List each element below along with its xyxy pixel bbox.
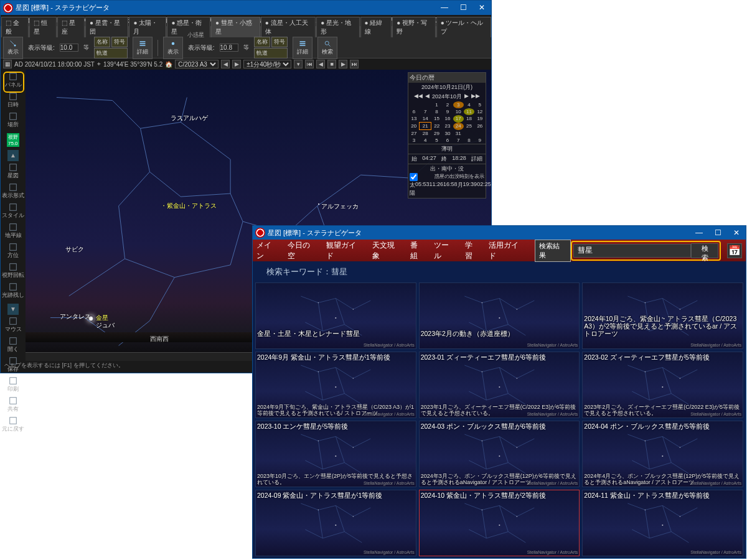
result-card-2[interactable]: 2024年10月ごろ、紫金山・アトラス彗星（C/2023 A3）が2等前後で見え… [582, 282, 743, 349]
left-item-13[interactable]: 印刷 [2, 375, 24, 394]
calendar-button[interactable]: 📅 [727, 243, 742, 258]
left-item-10[interactable]: マウス [2, 315, 24, 335]
results-tab[interactable]: 検索結果 [535, 240, 571, 262]
left-item-3[interactable]: 星図 [2, 162, 24, 181]
name-toggle-2[interactable]: 名称 [254, 37, 270, 47]
sign-toggle[interactable]: 符号 [111, 37, 128, 47]
titlebar-2[interactable]: 星図 [標準] - ステラナビゲータ — ☐ ✕ [253, 226, 746, 240]
sim-time[interactable]: AD 2024/10/21 18:00:00 JST [14, 61, 95, 68]
orbit-toggle-2[interactable]: 軌道 [254, 48, 288, 58]
result-card-6[interactable]: 2023-10 エンケ彗星が5等前後2023年10月ごろ、エンケ彗星(2P)が5… [255, 421, 416, 487]
show-planets-check[interactable] [410, 173, 418, 181]
play-stop[interactable]: ■ [327, 60, 336, 68]
cal-prev-year[interactable]: ◀◀ [414, 93, 423, 101]
play-first[interactable]: ⏮ [305, 60, 314, 68]
nav-item[interactable]: ツール [434, 240, 456, 261]
today-panel: 今日の暦 2024年10月21日(月) ◀◀ ◀ 2024年10月 ▶ ▶▶ 1… [408, 72, 486, 198]
tab-1[interactable]: ⬚ 恒星 [29, 17, 57, 37]
left-item-11[interactable]: 開く [2, 335, 24, 355]
minimize-button[interactable]: — [690, 226, 708, 240]
mag-unit: 等 [83, 44, 89, 52]
left-item-8[interactable]: 視野回転 [2, 261, 24, 281]
tab-0[interactable]: ⬚ 全般 [1, 17, 29, 37]
svg-point-32 [516, 309, 517, 309]
cal-next[interactable]: ▶ [464, 93, 469, 101]
tab-6[interactable]: ● 彗星・小惑星 [211, 17, 260, 37]
maximize-button[interactable]: ☐ [454, 1, 472, 15]
result-card-4[interactable]: 2023-01 ズィーティーエフ彗星が6等前後2023年1月ごろ、ズィーティーエ… [419, 352, 580, 418]
tab-3[interactable]: ● 星雲・星団 [85, 17, 128, 37]
tab-4[interactable]: ● 太陽・月 [129, 17, 166, 37]
play-fwd[interactable]: ▶ [339, 60, 347, 68]
detail-button-2[interactable]: 詳細 [293, 37, 312, 59]
tab-11[interactable]: ● ツール・ヘルプ [436, 17, 491, 37]
svg-rect-7 [299, 43, 305, 44]
target-icon: 🏠 [165, 61, 172, 68]
result-card-7[interactable]: 2024-03 ポン・ブルックス彗星が6等前後2024年3月ごろ、ポン・ブルック… [419, 421, 580, 487]
result-card-9[interactable]: 2024-09 紫金山・アトラス彗星が1等前後StellaNavigator /… [255, 490, 416, 556]
nav-item[interactable]: 今日の空 [288, 240, 317, 261]
play-last[interactable]: ⏭ [350, 60, 359, 68]
zoom-out[interactable]: ▼ [7, 304, 19, 315]
detail-button[interactable]: 詳細 [133, 37, 153, 59]
tab-9[interactable]: ● 経緯線 [360, 17, 392, 37]
panel-toggle[interactable]: ▦ [3, 60, 12, 68]
tab-8[interactable]: ● 星光・地形 [316, 17, 359, 37]
svg-point-31 [481, 302, 482, 303]
svg-point-51 [662, 455, 664, 457]
left-item-4[interactable]: 表示形式 [2, 182, 24, 201]
result-card-8[interactable]: 2024-04 ポン・ブルックス彗星が5等前後2024年4月ごろ、ポン・ブルック… [582, 421, 743, 487]
nav-item[interactable]: 天文現象 [372, 240, 402, 261]
prev-target[interactable]: ◀ [221, 60, 230, 68]
nav-item[interactable]: 学習 [465, 240, 480, 261]
search-button[interactable]: 検索 [317, 37, 337, 59]
twilight-detail[interactable]: 詳細 [471, 155, 482, 163]
cal-next-year[interactable]: ▶▶ [471, 93, 480, 101]
rate-menu[interactable]: ▾ [294, 60, 303, 68]
rate-select[interactable]: ±1分40秒/秒 [243, 60, 291, 68]
result-card-3[interactable]: 2024年9月 紫金山・アトラス彗星が1等前後2024年9月下旬ごろ、紫金山・ア… [255, 352, 416, 418]
play-back[interactable]: ◀ [316, 60, 325, 68]
card-title: 2024-04 ポン・ブルックス彗星が5等前後 [584, 422, 741, 431]
result-card-0[interactable]: 金星・土星・木星とレナード彗星StellaNavigator / AstroAr… [255, 282, 416, 349]
minimize-button[interactable]: — [435, 1, 454, 15]
result-card-10[interactable]: 2024-10 紫金山・アトラス彗星が2等前後StellaNavigator /… [419, 490, 580, 556]
left-item-2[interactable]: 場所 [2, 111, 24, 130]
sim-location[interactable]: 139°44'E 35°39'N 5.2 [103, 61, 162, 68]
nav-item[interactable]: メイン [256, 240, 279, 261]
left-item-5[interactable]: スタイル [2, 202, 24, 221]
maximize-button[interactable]: ☐ [708, 226, 727, 240]
result-card-11[interactable]: 2024-11 紫金山・アトラス彗星が6等前後StellaNavigator /… [582, 490, 743, 556]
left-item-7[interactable]: 方位 [2, 241, 24, 261]
left-item-15[interactable]: 元に戻す [2, 415, 24, 434]
nav-item[interactable]: 活用ガイド [489, 240, 526, 261]
calendar-grid[interactable]: 12345 6789101112 13141516171819 20212223… [408, 101, 486, 144]
name-toggle[interactable]: 名称 [94, 37, 110, 47]
target-select[interactable]: C/2023 A3 [175, 60, 218, 68]
tab-7[interactable]: ● 流星・人工天体 [261, 17, 316, 37]
left-item-1[interactable]: 日時 [2, 91, 24, 110]
sign-toggle-2[interactable]: 符号 [271, 37, 288, 47]
close-button[interactable]: ✕ [727, 226, 746, 240]
next-target[interactable]: ▶ [232, 60, 241, 68]
left-item-9[interactable]: 光跡残し [2, 281, 24, 301]
search-submit[interactable]: 検索 [691, 243, 718, 258]
tab-10[interactable]: ● 視野・写野 [392, 17, 435, 37]
mag-input-1[interactable] [60, 44, 78, 52]
result-card-5[interactable]: 2023-02 ズィーティーエフ彗星が5等前後2023年2月ごろ、ズィーティーエ… [582, 352, 743, 418]
cal-prev[interactable]: ◀ [425, 93, 430, 101]
mag-input-2[interactable] [220, 44, 238, 52]
zoom-in[interactable]: ▲ [7, 150, 19, 161]
titlebar[interactable]: 星図 [標準] - ステラナビゲータ — ☐ ✕ [1, 1, 491, 15]
search-input[interactable] [573, 244, 691, 258]
show-comets-button[interactable]: 表示 [3, 37, 23, 59]
tab-2[interactable]: ⬚ 星座 [57, 17, 85, 37]
result-card-1[interactable]: 2023年2月の動き（赤道座標）StellaNavigator / AstroA… [419, 282, 580, 349]
nav-item[interactable]: 観望ガイド [326, 240, 364, 261]
show-minor-button[interactable]: 表示 [163, 37, 183, 59]
close-button[interactable]: ✕ [472, 1, 491, 15]
nav-item[interactable]: 番組 [410, 240, 425, 261]
left-item-14[interactable]: 共有 [2, 395, 24, 414]
left-item-6[interactable]: 地平線 [2, 222, 24, 241]
orbit-toggle[interactable]: 軌道 [94, 48, 128, 58]
